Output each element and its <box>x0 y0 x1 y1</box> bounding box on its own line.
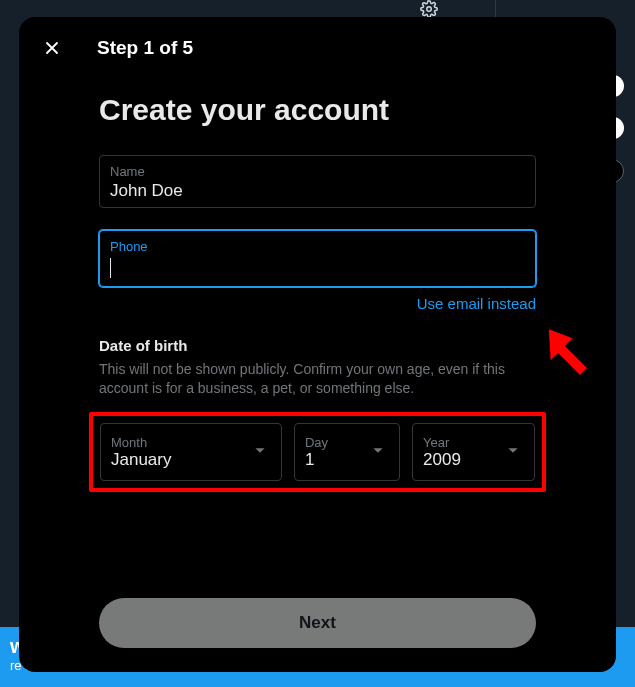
next-button[interactable]: Next <box>99 598 536 648</box>
chevron-down-icon <box>502 439 524 465</box>
close-icon <box>42 38 62 58</box>
modal-header: Step 1 of 5 <box>19 17 616 71</box>
modal-footer: Next <box>19 578 616 672</box>
name-label: Name <box>110 164 525 179</box>
dob-row: Month January Day 1 Year 2009 <box>100 423 535 481</box>
dob-help-text: This will not be shown publicly. Confirm… <box>99 360 536 398</box>
name-input[interactable] <box>110 181 525 201</box>
chevron-down-icon <box>367 439 389 465</box>
day-select[interactable]: Day 1 <box>294 423 400 481</box>
step-indicator: Step 1 of 5 <box>97 37 193 59</box>
dob-heading: Date of birth <box>99 337 536 354</box>
month-label: Month <box>111 435 271 450</box>
close-button[interactable] <box>35 31 69 65</box>
modal-body: Create your account Name Phone Use email… <box>19 71 616 578</box>
svg-point-0 <box>427 7 432 12</box>
month-select[interactable]: Month January <box>100 423 282 481</box>
use-email-instead-link[interactable]: Use email instead <box>417 295 536 312</box>
year-select[interactable]: Year 2009 <box>412 423 535 481</box>
annotation-highlight: Month January Day 1 Year 2009 <box>89 412 546 492</box>
name-field[interactable]: Name <box>99 155 536 208</box>
page-title: Create your account <box>99 93 536 127</box>
month-value: January <box>111 450 271 470</box>
chevron-down-icon <box>249 439 271 465</box>
phone-field[interactable]: Phone <box>99 230 536 287</box>
signup-modal: Step 1 of 5 Create your account Name Pho… <box>19 17 616 672</box>
phone-label: Phone <box>110 239 525 254</box>
